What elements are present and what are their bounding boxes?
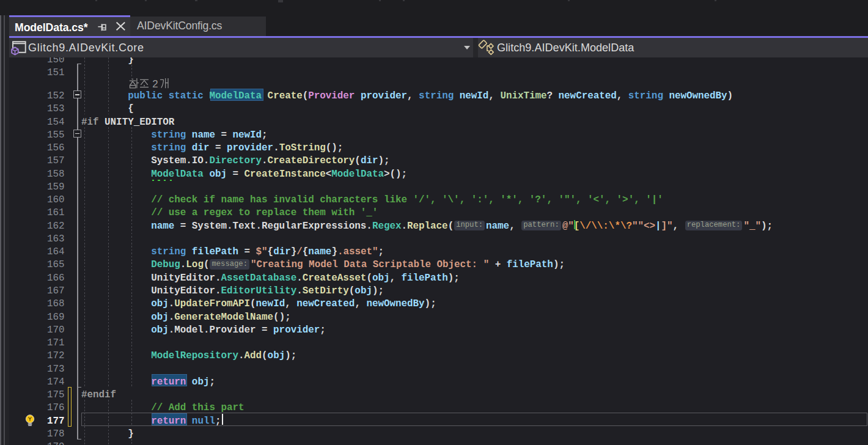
svg-text:2: 2 (152, 78, 158, 89)
